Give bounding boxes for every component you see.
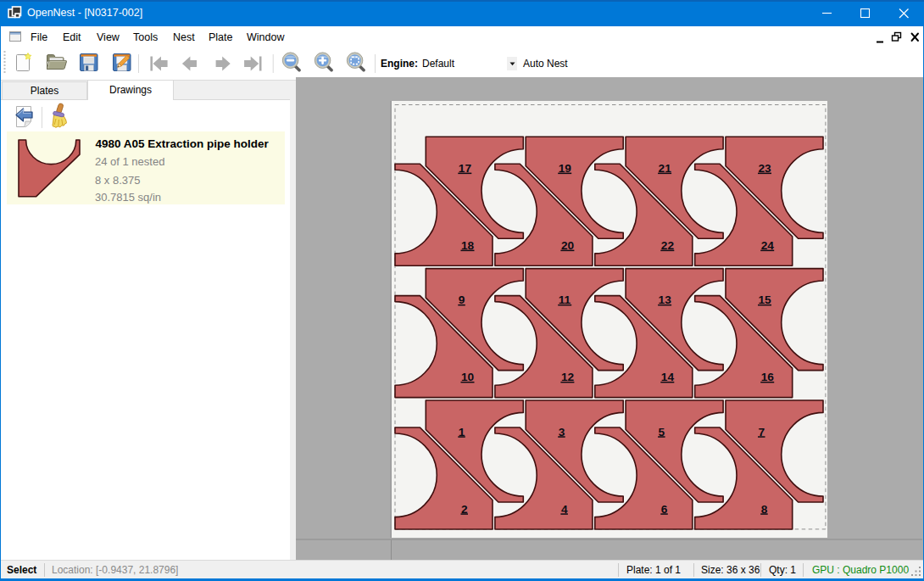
svg-text:17: 17	[459, 162, 472, 175]
svg-text:14: 14	[661, 371, 675, 383]
svg-text:19: 19	[559, 162, 572, 175]
svg-text:20: 20	[561, 239, 575, 252]
svg-text:10: 10	[461, 371, 475, 383]
svg-text:7: 7	[759, 426, 765, 439]
svg-text:18: 18	[461, 239, 475, 252]
svg-text:24: 24	[761, 239, 775, 252]
svg-text:5: 5	[659, 426, 665, 439]
svg-text:16: 16	[761, 371, 775, 383]
svg-text:11: 11	[559, 293, 571, 306]
svg-text:23: 23	[759, 162, 772, 175]
svg-text:3: 3	[559, 426, 565, 439]
svg-text:13: 13	[659, 293, 672, 306]
svg-text:9: 9	[459, 293, 465, 306]
svg-text:21: 21	[659, 162, 672, 175]
svg-text:8: 8	[761, 503, 768, 516]
svg-text:22: 22	[661, 239, 675, 252]
svg-text:4: 4	[561, 503, 568, 516]
svg-text:2: 2	[461, 503, 468, 516]
svg-text:6: 6	[661, 503, 668, 516]
svg-text:1: 1	[459, 426, 465, 439]
svg-text:12: 12	[561, 371, 575, 383]
svg-text:15: 15	[759, 293, 772, 306]
